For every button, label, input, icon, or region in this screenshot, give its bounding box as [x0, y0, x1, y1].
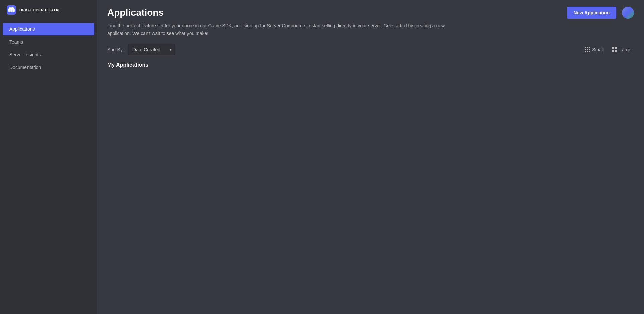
- sidebar-item-teams-label: Teams: [9, 39, 23, 45]
- toolbar: Sort By: Date Created Name Small: [97, 44, 644, 62]
- view-small-button[interactable]: Small: [582, 46, 606, 54]
- sidebar-item-server-insights-label: Server Insights: [9, 52, 41, 57]
- sidebar: DEVELOPER PORTAL Applications Teams Serv…: [0, 0, 97, 314]
- header-right: New Application: [567, 7, 634, 19]
- sidebar-navigation: Applications Teams Server Insights Docum…: [0, 20, 97, 76]
- sidebar-item-documentation-label: Documentation: [9, 65, 41, 70]
- sidebar-item-teams[interactable]: Teams: [3, 36, 94, 48]
- view-toggle: Small Large: [582, 46, 634, 54]
- my-applications-title: My Applications: [97, 62, 644, 75]
- large-grid-icon: [612, 47, 617, 52]
- view-large-label: Large: [619, 47, 631, 52]
- new-application-button[interactable]: New Application: [567, 7, 616, 19]
- user-avatar[interactable]: [622, 7, 634, 19]
- small-grid-icon: [585, 47, 590, 52]
- portal-name: DEVELOPER PORTAL: [19, 8, 61, 12]
- page-title: Applications: [107, 7, 164, 18]
- description-text: Find the perfect feature set for your ga…: [97, 22, 466, 44]
- sort-by-container: Sort By: Date Created Name: [107, 44, 175, 55]
- avatar-image: [622, 7, 634, 19]
- main-header: Applications New Application: [97, 0, 644, 22]
- sidebar-item-server-insights[interactable]: Server Insights: [3, 49, 94, 61]
- view-small-label: Small: [592, 47, 604, 52]
- sort-by-select[interactable]: Date Created Name: [128, 44, 175, 55]
- sidebar-item-applications-label: Applications: [9, 26, 35, 32]
- sidebar-item-applications[interactable]: Applications: [3, 23, 94, 35]
- view-large-button[interactable]: Large: [609, 46, 634, 54]
- sidebar-item-documentation[interactable]: Documentation: [3, 61, 94, 73]
- sort-by-select-wrapper: Date Created Name: [128, 44, 175, 55]
- sort-by-label: Sort By:: [107, 47, 124, 52]
- main-content: Applications New Application Find the pe…: [97, 0, 644, 314]
- applications-list: [97, 75, 644, 314]
- discord-logo-icon: [7, 5, 16, 15]
- sidebar-logo[interactable]: DEVELOPER PORTAL: [0, 0, 97, 20]
